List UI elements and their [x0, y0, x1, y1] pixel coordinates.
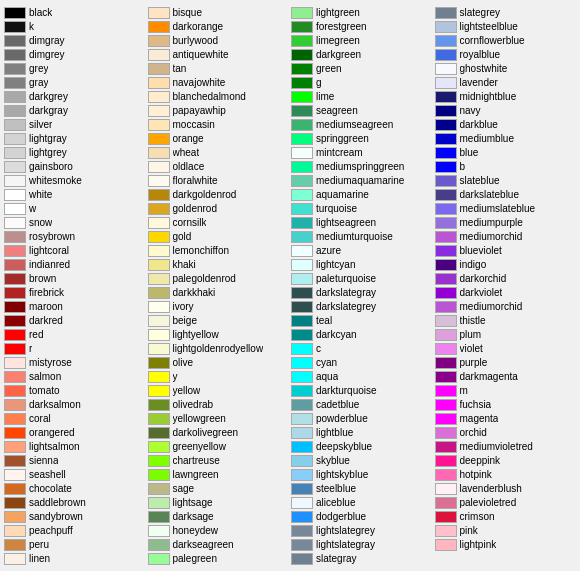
color-name: k	[29, 21, 34, 32]
color-swatch	[4, 371, 26, 383]
color-row: crimson	[435, 510, 577, 523]
color-swatch	[148, 329, 170, 341]
color-name: mediumaquamarine	[316, 175, 404, 186]
color-swatch	[4, 35, 26, 47]
color-name: seagreen	[316, 105, 358, 116]
color-name: beige	[173, 315, 197, 326]
color-name: goldenrod	[173, 203, 217, 214]
color-swatch	[435, 119, 457, 131]
color-swatch	[148, 259, 170, 271]
color-name: mistyrose	[29, 357, 72, 368]
color-name: lightslategrey	[316, 525, 375, 536]
color-row: darkolivegreen	[148, 426, 290, 439]
color-name: violet	[460, 343, 483, 354]
color-name: peachpuff	[29, 525, 73, 536]
color-swatch	[148, 315, 170, 327]
color-row: cadetblue	[291, 398, 433, 411]
color-swatch	[4, 385, 26, 397]
color-row: lavenderblush	[435, 482, 577, 495]
color-swatch	[148, 301, 170, 313]
color-name: sandybrown	[29, 511, 83, 522]
color-row: fuchsia	[435, 398, 577, 411]
color-name: lightsalmon	[29, 441, 80, 452]
color-row: goldenrod	[148, 202, 290, 215]
color-row: peru	[4, 538, 146, 551]
color-swatch	[4, 483, 26, 495]
color-name: wheat	[173, 147, 200, 158]
color-name: indigo	[460, 259, 487, 270]
color-row: honeydew	[148, 524, 290, 537]
color-name: green	[316, 63, 342, 74]
color-name: darkgray	[29, 105, 68, 116]
color-row: gainsboro	[4, 160, 146, 173]
color-name: gainsboro	[29, 161, 73, 172]
color-swatch	[4, 357, 26, 369]
color-row: magenta	[435, 412, 577, 425]
color-name: palegreen	[173, 553, 217, 564]
color-name: mediumblue	[460, 133, 514, 144]
color-name: mediumorchid	[460, 231, 523, 242]
color-row: lightslategrey	[291, 524, 433, 537]
color-row: mediumblue	[435, 132, 577, 145]
color-name: maroon	[29, 301, 63, 312]
color-row: darksalmon	[4, 398, 146, 411]
color-swatch	[291, 483, 313, 495]
color-row: mediumorchid	[435, 300, 577, 313]
column-0: blackkdimgraydimgreygreygraydarkgreydark…	[4, 6, 146, 565]
color-swatch	[435, 35, 457, 47]
color-swatch	[148, 119, 170, 131]
color-swatch	[435, 413, 457, 425]
color-swatch	[291, 427, 313, 439]
color-swatch	[291, 455, 313, 467]
color-swatch	[435, 259, 457, 271]
color-name: mediumturquoise	[316, 231, 393, 242]
color-row: indianred	[4, 258, 146, 271]
color-row: lightgoldenrodyellow	[148, 342, 290, 355]
color-name: greenyellow	[173, 441, 226, 452]
color-name: darkseagreen	[173, 539, 234, 550]
color-swatch	[435, 427, 457, 439]
color-name: darkslateblue	[460, 189, 519, 200]
color-swatch	[148, 273, 170, 285]
color-name: gold	[173, 231, 192, 242]
color-swatch	[435, 539, 457, 551]
color-swatch	[435, 105, 457, 117]
color-row: violet	[435, 342, 577, 355]
color-swatch	[291, 119, 313, 131]
color-name: palegoldenrod	[173, 273, 236, 284]
color-name: purple	[460, 357, 488, 368]
color-swatch	[435, 231, 457, 243]
color-name: darksalmon	[29, 399, 81, 410]
color-name: lightgreen	[316, 7, 360, 18]
color-swatch	[435, 371, 457, 383]
color-name: silver	[29, 119, 52, 130]
color-swatch	[435, 203, 457, 215]
color-name: moccasin	[173, 119, 215, 130]
color-table: blackkdimgraydimgreygreygraydarkgreydark…	[0, 0, 580, 571]
color-swatch	[291, 273, 313, 285]
color-row: lightgreen	[291, 6, 433, 19]
color-row: teal	[291, 314, 433, 327]
color-swatch	[148, 525, 170, 537]
color-row: palegoldenrod	[148, 272, 290, 285]
color-row: mediumseagreen	[291, 118, 433, 131]
color-row: royalblue	[435, 48, 577, 61]
color-swatch	[4, 133, 26, 145]
color-name: lemonchiffon	[173, 245, 230, 256]
color-name: darkcyan	[316, 329, 357, 340]
color-swatch	[435, 217, 457, 229]
color-name: navajowhite	[173, 77, 226, 88]
color-row: sienna	[4, 454, 146, 467]
color-row: darkcyan	[291, 328, 433, 341]
color-swatch	[435, 161, 457, 173]
color-name: g	[316, 77, 322, 88]
color-row: palevioletred	[435, 496, 577, 509]
color-row: greenyellow	[148, 440, 290, 453]
color-swatch	[435, 147, 457, 159]
color-swatch	[435, 49, 457, 61]
color-swatch	[291, 161, 313, 173]
color-name: red	[29, 329, 43, 340]
color-row: lime	[291, 90, 433, 103]
color-swatch	[4, 301, 26, 313]
color-name: salmon	[29, 371, 61, 382]
